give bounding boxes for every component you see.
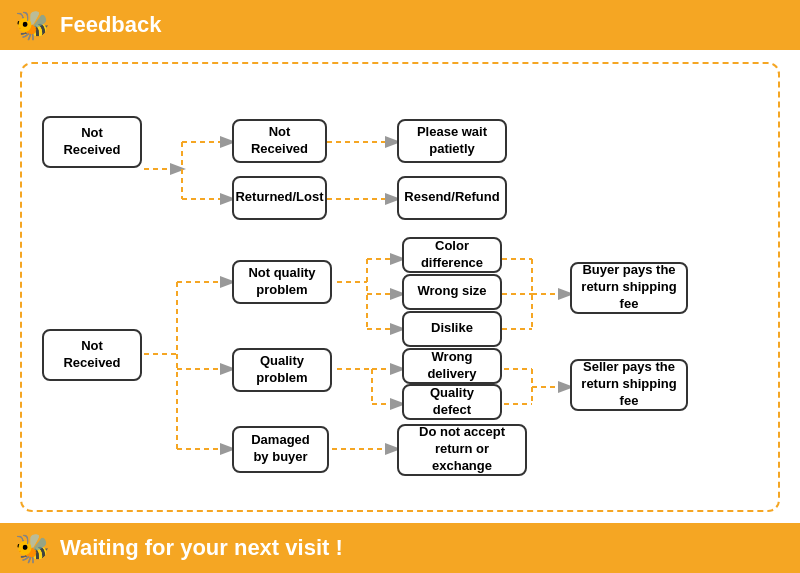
node-buyer-pays: Buyer pays the return shipping fee <box>570 262 688 314</box>
node-not-received: Not Received <box>232 119 327 163</box>
node-resend-refund: Resend/Refund <box>397 176 507 220</box>
node-returned-lost: Returned/Lost <box>232 176 327 220</box>
bee-icon-header: 🐝 <box>15 9 50 42</box>
header-title: Feedback <box>60 12 162 38</box>
node-do-not-accept: Do not accept return or exchange <box>397 424 527 476</box>
main-content: Not Received Not Received Returned/Lost … <box>0 50 800 523</box>
node-quality-defect: Quality defect <box>402 384 502 420</box>
node-dislike: Dislike <box>402 311 502 347</box>
node-root1: Not Received <box>42 116 142 168</box>
node-not-quality-problem: Not quality problem <box>232 260 332 304</box>
node-please-wait: Please wait patietly <box>397 119 507 163</box>
node-quality-problem: Quality problem <box>232 348 332 392</box>
footer-title: Waiting for your next visit ! <box>60 535 343 561</box>
node-damaged-by-buyer: Damaged by buyer <box>232 426 329 473</box>
diagram-container: Not Received Not Received Returned/Lost … <box>20 62 780 512</box>
node-wrong-size: Wrong size <box>402 274 502 310</box>
header: 🐝 Feedback <box>0 0 800 50</box>
node-wrong-delivery: Wrong delivery <box>402 348 502 384</box>
bee-icon-footer: 🐝 <box>15 532 50 565</box>
node-color-difference: Color difference <box>402 237 502 273</box>
footer: 🐝 Waiting for your next visit ! <box>0 523 800 573</box>
node-root2: Not Received <box>42 329 142 381</box>
node-seller-pays: Seller pays the return shipping fee <box>570 359 688 411</box>
